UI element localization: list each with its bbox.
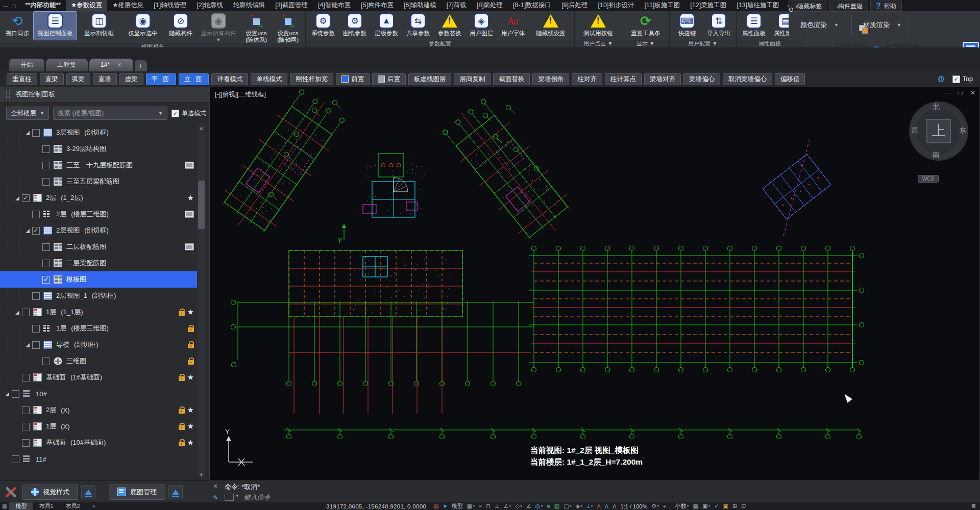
single-select-toggle[interactable]: ✓ 单选模式 xyxy=(172,109,206,118)
toolbar-button[interactable]: 柱计算点 xyxy=(605,73,642,85)
ribbon-button[interactable]: ⇅导入导出 xyxy=(703,12,734,40)
star-icon[interactable]: ★ xyxy=(187,193,194,202)
toolbar-button[interactable]: 梁墙倒角 xyxy=(532,73,569,85)
menu-tab[interactable]: **内部功能** xyxy=(20,0,65,12)
tree-checkbox[interactable] xyxy=(22,374,30,381)
annotation-visibility-icon[interactable]: Λ xyxy=(597,503,601,509)
expander-icon[interactable] xyxy=(24,227,32,235)
toolbar-button[interactable]: 梁墙偏心 xyxy=(683,73,720,85)
render-button[interactable]: 颜色渲染▼ xyxy=(789,14,846,36)
object-snap-tracking-icon[interactable]: ∡ xyxy=(526,503,531,509)
ribbon-right-button[interactable]: 构件显隐 xyxy=(829,1,868,12)
expander-icon[interactable] xyxy=(4,390,12,398)
menu-tab[interactable]: [9]后处理 xyxy=(556,0,593,12)
ribbon-button[interactable]: ▲层级参数 xyxy=(371,12,402,40)
tree-checkbox[interactable] xyxy=(42,162,50,169)
tree-row[interactable]: 模板图 xyxy=(0,271,197,288)
autoscale-icon[interactable]: Λ xyxy=(605,503,608,509)
tree-row[interactable]: 3-29层结构图 xyxy=(0,141,197,157)
ribbon-button[interactable]: ⊘隐藏构件 xyxy=(165,12,196,40)
tree-row[interactable]: 二层板配筋图 xyxy=(0,239,197,255)
render-button[interactable]: 材质渲染▼ xyxy=(851,14,909,36)
ribbon-button[interactable]: 测试用按钮 xyxy=(577,12,620,40)
menu-tab[interactable]: ★参数设置 xyxy=(66,0,107,12)
tree-checkbox[interactable] xyxy=(22,439,30,447)
visual-style-collapse-button[interactable] xyxy=(81,485,95,499)
tree-scrollbar[interactable]: ▲ ▼ xyxy=(198,124,205,478)
scrollbar-thumb[interactable] xyxy=(198,181,205,229)
compass-east[interactable]: 东 xyxy=(959,126,966,135)
document-tab[interactable]: 1#*✕ xyxy=(89,59,133,71)
top-checkbox[interactable]: ✓ xyxy=(952,75,960,83)
star-icon[interactable]: ★ xyxy=(187,422,194,431)
toolbar-button[interactable]: 详看模式 xyxy=(211,73,248,85)
menu-tab[interactable]: [8]前处理 xyxy=(472,0,508,12)
dynamic-input-icon[interactable]: ➤ xyxy=(443,503,448,509)
toolbar-button[interactable]: 截面替换 xyxy=(493,73,530,85)
toolbar-button[interactable]: 梁墙对齐 xyxy=(644,73,681,85)
ribbon-right-button[interactable]: 隐藏标签 xyxy=(789,1,827,12)
basemap-collapse-button[interactable] xyxy=(168,485,183,499)
viewport-corner-label[interactable]: [-][俯视][二维线框] xyxy=(215,90,266,99)
compass-top-face[interactable]: 上 xyxy=(926,119,951,143)
ribbon-button[interactable]: ⌨快捷键 xyxy=(672,12,702,40)
tree-checkbox[interactable] xyxy=(42,260,50,267)
toolbar-button[interactable]: 平 面 xyxy=(146,73,176,85)
menu-tab[interactable]: [13]墙柱施工图 xyxy=(731,0,784,12)
calculator-icon[interactable]: ▦ xyxy=(693,503,698,509)
ortho-mode-icon[interactable]: ⊥ xyxy=(495,503,500,509)
compass-north[interactable]: 北 xyxy=(933,103,940,112)
tree-row[interactable]: 三至五层梁配筋图 xyxy=(0,173,197,190)
isometric-drafting-icon[interactable]: ◇▾ xyxy=(515,503,522,509)
document-tab[interactable]: 工程集 xyxy=(46,59,88,71)
status-ok-icon[interactable]: ✓ xyxy=(714,503,719,509)
toolbar-button[interactable]: 垂直柱 xyxy=(7,73,37,85)
tree-row[interactable]: 11# xyxy=(0,451,197,467)
scroll-down-icon[interactable]: ▼ xyxy=(198,471,205,478)
ribbon-group-label[interactable]: 用户点击 ▼ xyxy=(575,40,622,47)
tree-row[interactable]: 1层(X)★ xyxy=(0,418,197,435)
ribbon-button[interactable]: ⚙系统参数 xyxy=(308,12,338,40)
menu-tab[interactable]: 轮廓线编辑 xyxy=(228,0,271,12)
wcs-badge[interactable]: WCS xyxy=(918,175,939,183)
ribbon-group-label[interactable]: 显示 ▼ xyxy=(622,40,669,47)
ribbon-button[interactable]: Aa用户字体 xyxy=(498,12,528,40)
tree-row[interactable]: 2层视图_1(剖切框) xyxy=(0,288,197,304)
tree-row[interactable]: 10# xyxy=(0,386,197,402)
toolbox-icon[interactable]: ▣ xyxy=(723,503,728,509)
restore-icon[interactable]: ▭ xyxy=(958,89,963,96)
monitor-icon[interactable]: ⊞ xyxy=(732,503,737,509)
ribbon-button[interactable]: ◈用户图层 xyxy=(466,12,497,40)
floor-filter-select[interactable]: 全部楼层▼ xyxy=(6,107,49,120)
menu-tab[interactable]: [4]智能布置 xyxy=(313,0,356,12)
tree-row[interactable]: 1层(1_1层)★ xyxy=(0,304,197,320)
toolbar-button[interactable]: 立 面 xyxy=(179,73,209,85)
toolbar-button[interactable]: 刚性杆加宽 xyxy=(290,73,333,85)
tree-row[interactable]: 三维图 xyxy=(0,353,197,369)
search-input[interactable]: 搜索 (楼层/视图)▼ xyxy=(53,107,167,120)
menu-tab[interactable]: [5]构件布置 xyxy=(356,0,399,12)
expander-icon[interactable] xyxy=(24,129,32,137)
tree-checkbox[interactable] xyxy=(12,390,19,398)
toolbar-button[interactable]: 前置 xyxy=(336,73,370,85)
transparency-icon[interactable]: ▥ xyxy=(554,503,559,509)
basemap-manage-button[interactable]: 底图管理 xyxy=(109,484,165,500)
plus-icon[interactable]: + xyxy=(663,503,666,509)
new-tab-button[interactable]: + xyxy=(135,60,147,71)
tree-row[interactable]: 二层梁配筋图 xyxy=(0,255,197,271)
ribbon-button[interactable]: ↑→设置ucs (随轴网) xyxy=(273,12,303,43)
coordinates-readout[interactable]: 319172.0605, -156240.9201, 0.0000 xyxy=(326,503,426,509)
drawing-viewport[interactable]: YY [-][俯视][二维线框] — ▭ ✕ 北 南 西 东 上 WCS 当前视… xyxy=(209,87,980,480)
menu-tab[interactable]: [11]板施工图 xyxy=(639,0,685,12)
layout-tab[interactable]: 模型 xyxy=(9,502,33,510)
toolbar-button[interactable]: 取消梁墙偏心 xyxy=(723,73,772,85)
toolbar-button[interactable]: 弧梁 xyxy=(66,73,90,85)
scale-label[interactable]: 1:1 / 100% xyxy=(621,503,648,509)
close-icon[interactable]: ✕ xyxy=(213,483,217,490)
scroll-up-icon[interactable]: ▲ xyxy=(198,124,205,132)
ribbon-button[interactable]: 隐藏线设置 xyxy=(529,12,572,40)
tree-row[interactable]: 2层(1_2层)★ xyxy=(0,190,197,206)
layout-tab[interactable]: 布局1 xyxy=(33,502,59,510)
command-options-icon[interactable] xyxy=(225,494,234,501)
tree-checkbox[interactable] xyxy=(32,341,40,349)
